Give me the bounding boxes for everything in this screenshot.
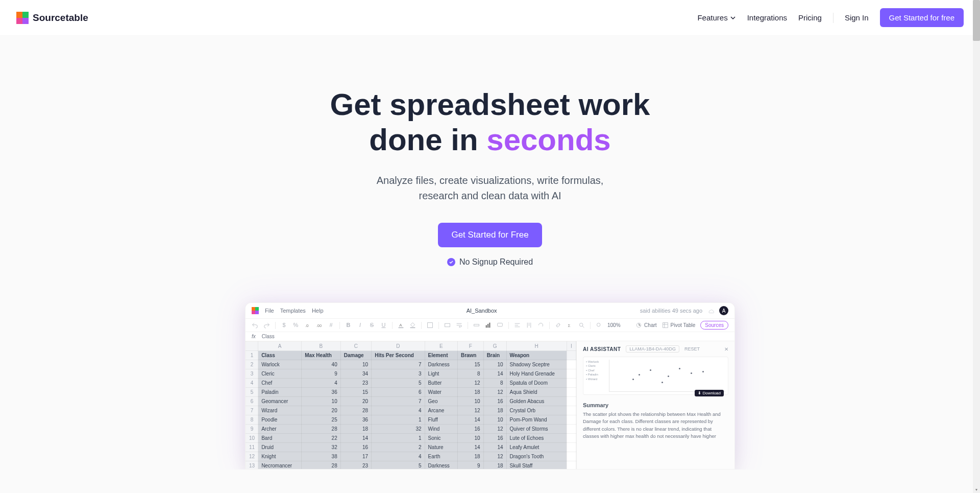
zoom-level[interactable]: 100% bbox=[607, 322, 621, 328]
nav-integrations[interactable]: Integrations bbox=[747, 13, 787, 22]
decimal-decrease-icon[interactable]: .0 bbox=[304, 322, 311, 328]
table-cell[interactable]: Butter bbox=[425, 379, 457, 388]
menu-file[interactable]: File bbox=[265, 308, 274, 314]
table-cell[interactable]: 18 bbox=[340, 425, 371, 434]
row-number[interactable]: 2 bbox=[246, 360, 258, 369]
table-cell[interactable]: 12 bbox=[483, 425, 506, 434]
table-cell[interactable]: 10 bbox=[302, 397, 341, 406]
table-cell[interactable]: 17 bbox=[340, 452, 371, 461]
close-icon[interactable]: ✕ bbox=[724, 346, 728, 352]
undo-icon[interactable] bbox=[252, 322, 258, 328]
table-cell[interactable]: Paladin bbox=[258, 388, 302, 397]
table-cell[interactable]: Light bbox=[425, 369, 457, 379]
table-cell[interactable]: Nature bbox=[425, 443, 457, 452]
nav-features[interactable]: Features bbox=[697, 13, 736, 22]
table-cell[interactable]: Fluff bbox=[425, 415, 457, 425]
table-header-cell[interactable]: Class bbox=[258, 351, 302, 360]
table-cell[interactable]: 16 bbox=[340, 443, 371, 452]
chart-thumbnail[interactable]: • Warlock• Cleric• Chef• Paladin• Wizard bbox=[583, 357, 728, 395]
table-cell[interactable]: 7 bbox=[372, 397, 425, 406]
underline-icon[interactable]: U bbox=[380, 322, 387, 328]
chart-button[interactable]: Chart bbox=[635, 322, 656, 328]
table-cell[interactable]: 32 bbox=[302, 443, 341, 452]
table-cell[interactable]: 4 bbox=[372, 452, 425, 461]
ai-reset-button[interactable]: RESET bbox=[684, 346, 700, 351]
decimal-increase-icon[interactable]: .00 bbox=[316, 322, 323, 328]
sources-button[interactable]: Sources bbox=[700, 321, 728, 330]
table-cell[interactable]: Necromancer bbox=[258, 461, 302, 469]
table-cell[interactable]: 8 bbox=[457, 369, 483, 379]
formula-value[interactable]: Class bbox=[262, 334, 275, 339]
pivot-button[interactable]: Pivot Table bbox=[662, 322, 696, 328]
table-cell[interactable]: Arcane bbox=[425, 406, 457, 415]
table-cell[interactable]: Chef bbox=[258, 379, 302, 388]
table-cell[interactable]: 22 bbox=[302, 434, 341, 443]
hero-cta-button[interactable]: Get Started for Free bbox=[438, 223, 542, 247]
table-cell[interactable]: 16 bbox=[457, 425, 483, 434]
row-number[interactable]: 9 bbox=[246, 425, 258, 434]
zoom-icon[interactable] bbox=[596, 322, 602, 328]
logo[interactable]: Sourcetable bbox=[16, 12, 88, 24]
row-number[interactable]: 6 bbox=[246, 397, 258, 406]
col-header[interactable]: H bbox=[506, 342, 567, 351]
table-cell[interactable]: 16 bbox=[483, 434, 506, 443]
table-cell[interactable]: 14 bbox=[340, 434, 371, 443]
table-cell[interactable]: Warlock bbox=[258, 360, 302, 369]
col-header[interactable]: A bbox=[258, 342, 302, 351]
align-icon[interactable] bbox=[514, 322, 521, 328]
table-cell[interactable]: 32 bbox=[372, 425, 425, 434]
table-cell[interactable]: 10 bbox=[340, 360, 371, 369]
table-cell[interactable]: 38 bbox=[302, 452, 341, 461]
search-icon[interactable] bbox=[578, 322, 585, 328]
table-row[interactable]: 6Geomancer10207Geo1016Golden Abacus bbox=[246, 397, 576, 406]
merge-icon[interactable] bbox=[444, 322, 451, 328]
scrollbar-thumb[interactable] bbox=[973, 0, 980, 41]
spreadsheet-table[interactable]: ABCDEFGHI1ClassMax HealthDamageHits Per … bbox=[246, 341, 576, 469]
percent-icon[interactable]: % bbox=[292, 322, 299, 328]
table-cell[interactable]: Cleric bbox=[258, 369, 302, 379]
table-cell[interactable]: 12 bbox=[483, 388, 506, 397]
text-color-icon[interactable]: A bbox=[398, 322, 404, 328]
table-header-cell[interactable]: Element bbox=[425, 351, 457, 360]
table-cell[interactable]: 14 bbox=[483, 443, 506, 452]
table-cell[interactable]: 14 bbox=[483, 369, 506, 379]
fill-color-icon[interactable] bbox=[409, 322, 416, 328]
table-cell[interactable]: 10 bbox=[457, 397, 483, 406]
table-cell[interactable]: Archer bbox=[258, 425, 302, 434]
table-cell[interactable]: 2 bbox=[372, 443, 425, 452]
table-cell[interactable]: 18 bbox=[457, 388, 483, 397]
table-cell[interactable]: Crystal Orb bbox=[506, 406, 567, 415]
table-cell[interactable]: Druid bbox=[258, 443, 302, 452]
strikethrough-icon[interactable]: S bbox=[369, 322, 375, 328]
table-cell[interactable]: Holy Hand Grenade bbox=[506, 369, 567, 379]
row-number[interactable]: 3 bbox=[246, 369, 258, 379]
table-cell[interactable]: Earth bbox=[425, 452, 457, 461]
function-icon[interactable]: Σ bbox=[567, 322, 573, 328]
table-cell[interactable]: 36 bbox=[302, 388, 341, 397]
table-header-cell[interactable]: Max Health bbox=[302, 351, 341, 360]
table-cell[interactable]: 12 bbox=[457, 406, 483, 415]
table-cell[interactable]: 23 bbox=[340, 461, 371, 469]
table-cell[interactable]: 1 bbox=[372, 415, 425, 425]
user-avatar[interactable]: A bbox=[719, 306, 728, 315]
table-row[interactable]: 2Warlock40107Darkness1510Shadowy Sceptre bbox=[246, 360, 576, 369]
table-cell[interactable]: 4 bbox=[302, 379, 341, 388]
table-row[interactable]: 11Druid32162Nature1414Leafy Amulet bbox=[246, 443, 576, 452]
table-cell[interactable]: Water bbox=[425, 388, 457, 397]
menu-help[interactable]: Help bbox=[312, 308, 324, 314]
nav-pricing[interactable]: Pricing bbox=[798, 13, 822, 22]
table-cell[interactable]: 5 bbox=[372, 461, 425, 469]
currency-icon[interactable]: $ bbox=[281, 322, 287, 328]
table-cell[interactable]: 20 bbox=[302, 406, 341, 415]
rotate-icon[interactable] bbox=[537, 322, 544, 328]
redo-icon[interactable] bbox=[263, 322, 270, 328]
table-cell[interactable]: 14 bbox=[457, 415, 483, 425]
table-cell[interactable]: Aqua Shield bbox=[506, 388, 567, 397]
row-number[interactable]: 1 bbox=[246, 351, 258, 360]
insert-row-icon[interactable] bbox=[473, 322, 480, 328]
table-row[interactable]: 13Necromancer28235Darkness918Skull Staff bbox=[246, 461, 576, 469]
table-row[interactable]: 3Cleric9343Light814Holy Hand Grenade bbox=[246, 369, 576, 379]
table-cell[interactable]: Golden Abacus bbox=[506, 397, 567, 406]
link-icon[interactable] bbox=[555, 322, 561, 328]
table-row[interactable]: 4Chef4235Butter128Spatula of Doom bbox=[246, 379, 576, 388]
